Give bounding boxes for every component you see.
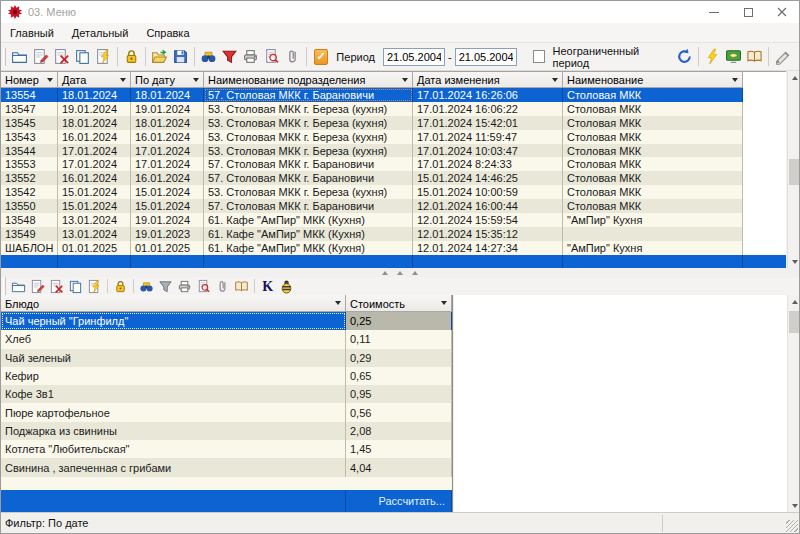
print-icon[interactable] <box>175 278 194 294</box>
table-cell[interactable]: Столовая МКК <box>563 144 743 158</box>
cost-cell[interactable]: 0,65 <box>346 367 452 385</box>
edit-icon[interactable] <box>28 278 47 294</box>
copy-icon[interactable] <box>72 46 93 67</box>
print-icon[interactable] <box>240 46 261 67</box>
dish-cell[interactable]: Хлеб <box>1 330 346 348</box>
table-row[interactable]: 1354215.01.202415.01.202453. Столовая МК… <box>1 185 786 199</box>
dish-cell[interactable]: Пюре картофельное <box>1 403 346 421</box>
table-cell[interactable]: 61. Кафе "АмПир" МКК (Кухня) <box>204 213 413 227</box>
table-cell[interactable]: 17.01.2024 11:59:47 <box>413 130 563 144</box>
table-row[interactable]: Кофе 3в10,95 <box>1 385 452 403</box>
column-dropdown-arrow-icon[interactable] <box>120 78 126 82</box>
table-cell[interactable]: 19.01.2024 <box>131 102 204 116</box>
new-row-placeholder[interactable] <box>1 255 786 268</box>
table-cell[interactable]: 17.01.2024 16:26:06 <box>413 88 563 102</box>
table-cell[interactable]: 61. Кафе "АмПир" МКК (Кухня) <box>204 241 413 255</box>
period-checkbox[interactable]: ✓ <box>314 49 329 65</box>
menu-main[interactable]: Главный <box>1 25 63 41</box>
table-cell[interactable]: 13542 <box>1 185 58 199</box>
table-cell[interactable]: 17.01.2024 8:24:33 <box>413 157 563 171</box>
cost-cell[interactable]: 0,56 <box>346 403 452 421</box>
table-cell[interactable]: 53. Столовая МКК г. Береза (кухня) <box>204 144 413 158</box>
paperclip-icon[interactable] <box>213 278 232 294</box>
column-dropdown-arrow-icon[interactable] <box>552 78 558 82</box>
toolbar-grip[interactable] <box>3 277 6 295</box>
toolbar-grip[interactable] <box>3 48 6 66</box>
table-row[interactable]: 1355015.01.202415.01.202457. Столовая МК… <box>1 199 786 213</box>
table-row[interactable]: Чай зеленый0,29 <box>1 349 452 367</box>
paperclip-icon[interactable] <box>282 46 303 67</box>
table-cell[interactable]: 13553 <box>1 157 58 171</box>
table-cell[interactable]: 15.01.2024 <box>131 185 204 199</box>
column-dropdown-arrow-icon[interactable] <box>402 78 408 82</box>
table-cell[interactable]: 12.01.2024 15:35:12 <box>413 227 563 241</box>
menu-detail[interactable]: Детальный <box>63 25 138 41</box>
table-cell[interactable]: "АмПир" Кухня <box>563 241 743 255</box>
column-header-4[interactable]: Наименование подразделения <box>204 72 413 88</box>
table-cell[interactable]: 12.01.2024 15:59:54 <box>413 213 563 227</box>
unlimited-period-checkbox[interactable] <box>533 50 545 63</box>
table-cell[interactable]: 53. Столовая МКК г. Береза (кухня) <box>204 185 413 199</box>
edit-lightning-icon[interactable] <box>85 278 104 294</box>
book-icon[interactable] <box>232 278 251 294</box>
table-cell[interactable]: 18.01.2024 <box>131 88 204 102</box>
column-dropdown-arrow-icon[interactable] <box>441 301 447 305</box>
column-header-1[interactable]: Номер <box>1 72 58 88</box>
table-cell[interactable]: 17.01.2024 <box>131 157 204 171</box>
filter-icon[interactable] <box>219 46 240 67</box>
table-row[interactable]: Свинина , запеченная с грибами4,04 <box>1 458 452 476</box>
table-cell[interactable] <box>563 227 743 241</box>
table-cell[interactable]: 13554 <box>1 88 58 102</box>
cost-cell[interactable]: 0,95 <box>346 385 452 403</box>
copy-icon[interactable] <box>66 278 85 294</box>
table-cell[interactable]: 17.01.2024 10:03:47 <box>413 144 563 158</box>
cost-cell[interactable]: 1,45 <box>346 440 452 458</box>
scroll-down-button[interactable] <box>788 255 800 268</box>
table-cell[interactable]: Столовая МКК <box>563 157 743 171</box>
column-dropdown-arrow-icon[interactable] <box>335 301 341 305</box>
table-row[interactable]: 1354316.01.202416.01.202453. Столовая МК… <box>1 130 786 144</box>
filter-icon[interactable] <box>156 278 175 294</box>
table-cell[interactable]: 19.01.2024 <box>131 213 204 227</box>
table-row[interactable]: 1354719.01.202419.01.202453. Столовая МК… <box>1 102 786 116</box>
dish-cell[interactable]: Кефир <box>1 367 346 385</box>
table-cell[interactable]: 15.01.2024 10:00:59 <box>413 185 563 199</box>
table-row[interactable]: 1354813.01.202419.01.202461. Кафе "АмПир… <box>1 213 786 227</box>
table-cell[interactable]: 13.01.2024 <box>58 213 131 227</box>
table-row[interactable]: Кефир0,65 <box>1 367 452 385</box>
resize-grip[interactable] <box>786 520 798 532</box>
table-cell[interactable]: Столовая МКК <box>563 116 743 130</box>
preview-icon[interactable] <box>194 278 213 294</box>
binoculars-icon[interactable] <box>137 278 156 294</box>
table-row[interactable]: Пюре картофельное0,56 <box>1 403 452 421</box>
table-cell[interactable]: 15.01.2024 <box>131 199 204 213</box>
table-cell[interactable]: 01.01.2025 <box>131 241 204 255</box>
table-cell[interactable]: 13550 <box>1 199 58 213</box>
table-row[interactable]: 1355418.01.202418.01.202457. Столовая МК… <box>1 88 786 102</box>
period-to-input[interactable] <box>455 48 517 66</box>
lock-icon[interactable] <box>121 46 142 67</box>
dishes-scrollbar[interactable] <box>787 295 800 512</box>
table-cell[interactable]: 15.01.2024 14:46:25 <box>413 171 563 185</box>
table-cell[interactable]: 61. Кафе "АмПир" МКК (Кухня) <box>204 227 413 241</box>
period-from-input[interactable] <box>383 48 445 66</box>
table-cell[interactable]: 13544 <box>1 144 58 158</box>
table-cell[interactable]: Столовая МКК <box>563 102 743 116</box>
pane-splitter[interactable] <box>1 268 799 277</box>
table-row[interactable]: Чай черный "Гринфилд"0,25 <box>1 312 452 330</box>
folder-icon[interactable] <box>9 46 30 67</box>
letter-k-icon[interactable]: K <box>258 278 277 294</box>
table-cell[interactable]: 13552 <box>1 171 58 185</box>
scroll-up-button[interactable] <box>788 71 800 84</box>
column-dropdown-arrow-icon[interactable] <box>193 78 199 82</box>
bee-icon[interactable] <box>277 278 296 294</box>
edit-icon[interactable] <box>30 46 51 67</box>
table-cell[interactable]: 19.01.2023 <box>131 227 204 241</box>
cost-cell[interactable]: 0,29 <box>346 349 452 367</box>
table-cell[interactable]: 01.01.2025 <box>58 241 131 255</box>
table-cell[interactable]: 16.01.2024 <box>131 171 204 185</box>
dish-cell[interactable]: Чай черный "Гринфилд" <box>1 312 346 330</box>
table-cell[interactable]: 17.01.2024 15:42:01 <box>413 116 563 130</box>
calculate-button[interactable]: Рассчитать... <box>378 495 451 507</box>
maximize-button[interactable] <box>731 1 765 23</box>
